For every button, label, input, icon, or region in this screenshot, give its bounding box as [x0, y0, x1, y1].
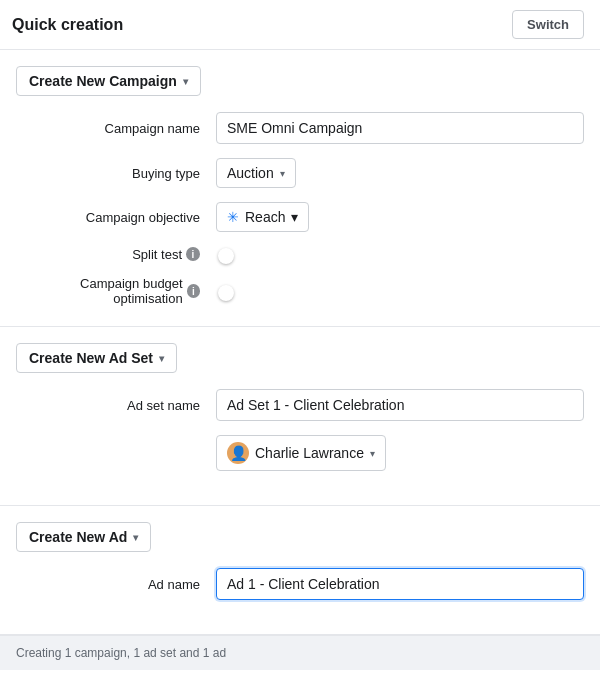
campaign-objective-control: ✳ Reach ▾ [216, 202, 584, 232]
person-name: Charlie Lawrance [255, 445, 364, 461]
create-ad-label: Create New Ad [29, 529, 127, 545]
split-test-row: Split test i [16, 246, 584, 262]
chevron-down-icon: ▾ [183, 76, 188, 87]
page-header: Quick creation Switch [0, 0, 600, 50]
buying-type-value: Auction [227, 165, 274, 181]
reach-icon: ✳ [227, 209, 239, 225]
split-test-toggle-control [216, 246, 584, 262]
chevron-down-icon: ▾ [159, 353, 164, 364]
campaign-name-control [216, 112, 584, 144]
buying-type-dropdown[interactable]: Auction ▾ [216, 158, 296, 188]
campaign-budget-toggle-control [216, 283, 584, 299]
chevron-down-icon: ▾ [280, 168, 285, 179]
campaign-objective-row: Campaign objective ✳ Reach ▾ [16, 202, 584, 232]
create-ad-button[interactable]: Create New Ad ▾ [16, 522, 151, 552]
adset-person-row: 👤 Charlie Lawrance ▾ [16, 435, 584, 471]
adset-name-control [216, 389, 584, 421]
create-campaign-button[interactable]: Create New Campaign ▾ [16, 66, 201, 96]
toggle-thumb [218, 248, 234, 264]
ad-name-label: Ad name [16, 577, 216, 592]
adset-name-row: Ad set name [16, 389, 584, 421]
ad-name-control [216, 568, 584, 600]
campaign-objective-label: Campaign objective [16, 210, 216, 225]
create-campaign-label: Create New Campaign [29, 73, 177, 89]
avatar: 👤 [227, 442, 249, 464]
campaign-name-row: Campaign name [16, 112, 584, 144]
buying-type-label: Buying type [16, 166, 216, 181]
status-text: Creating 1 campaign, 1 ad set and 1 ad [16, 646, 226, 660]
buying-type-control: Auction ▾ [216, 158, 584, 188]
chevron-down-icon: ▾ [370, 448, 375, 459]
adset-section: Create New Ad Set ▾ Ad set name 👤 Charli… [0, 327, 600, 506]
campaign-budget-info-icon[interactable]: i [187, 284, 200, 298]
page-title: Quick creation [12, 16, 123, 34]
footer-status: Creating 1 campaign, 1 ad set and 1 ad [0, 635, 600, 670]
campaign-objective-value: Reach [245, 209, 285, 225]
person-dropdown[interactable]: 👤 Charlie Lawrance ▾ [216, 435, 386, 471]
split-test-info-icon[interactable]: i [186, 247, 200, 261]
chevron-down-icon: ▾ [133, 532, 138, 543]
toggle-thumb [218, 285, 234, 301]
buying-type-row: Buying type Auction ▾ [16, 158, 584, 188]
campaign-name-label: Campaign name [16, 121, 216, 136]
campaign-budget-row: Campaign budget optimisation i [16, 276, 584, 306]
avatar-icon: 👤 [230, 445, 247, 461]
adset-name-input[interactable] [216, 389, 584, 421]
campaign-budget-label: Campaign budget optimisation i [16, 276, 216, 306]
chevron-down-icon: ▾ [291, 209, 298, 225]
campaign-name-input[interactable] [216, 112, 584, 144]
create-adset-button[interactable]: Create New Ad Set ▾ [16, 343, 177, 373]
create-adset-label: Create New Ad Set [29, 350, 153, 366]
campaign-section: Create New Campaign ▾ Campaign name Buyi… [0, 50, 600, 327]
switch-button[interactable]: Switch [512, 10, 584, 39]
split-test-label: Split test i [16, 247, 216, 262]
adset-name-label: Ad set name [16, 398, 216, 413]
ad-section: Create New Ad ▾ Ad name [0, 506, 600, 635]
ad-name-row: Ad name [16, 568, 584, 600]
adset-person-control: 👤 Charlie Lawrance ▾ [216, 435, 584, 471]
ad-name-input[interactable] [216, 568, 584, 600]
campaign-objective-dropdown[interactable]: ✳ Reach ▾ [216, 202, 309, 232]
